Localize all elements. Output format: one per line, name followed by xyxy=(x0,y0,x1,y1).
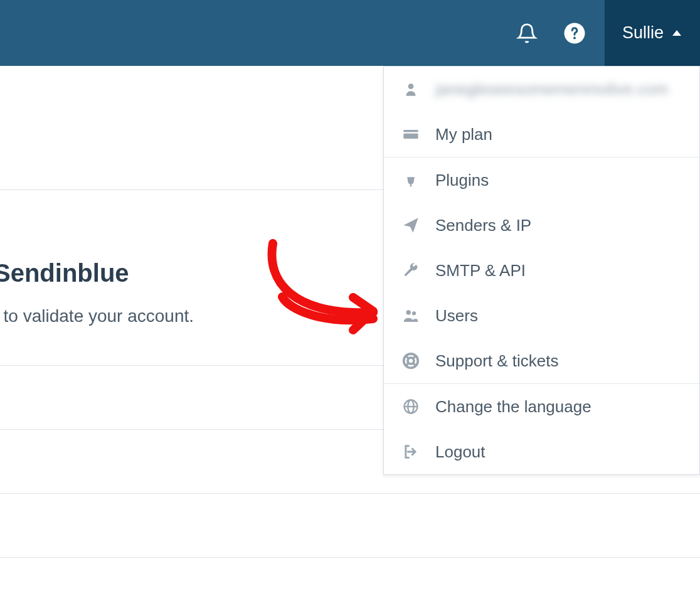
menu-item-change-language[interactable]: Change the language xyxy=(384,384,699,429)
user-icon xyxy=(400,78,422,100)
notifications-icon[interactable] xyxy=(516,22,538,45)
menu-item-smtp-api[interactable]: SMTP & API xyxy=(384,248,699,293)
app-header: Sullie xyxy=(0,0,700,66)
svg-point-8 xyxy=(408,358,414,364)
svg-point-6 xyxy=(412,311,416,315)
plugins-label: Plugins xyxy=(435,171,489,190)
support-label: Support & tickets xyxy=(435,351,559,371)
profile-row-3 xyxy=(0,494,700,558)
menu-item-plugins[interactable]: Plugins xyxy=(384,157,699,203)
credit-card-icon xyxy=(400,124,422,145)
dropdown-section-settings: Change the language Logout xyxy=(384,384,699,474)
plug-icon xyxy=(400,169,422,191)
menu-item-logout[interactable]: Logout xyxy=(384,429,699,474)
dropdown-section-account: janegleseesomemenmolive.com My plan xyxy=(384,67,699,157)
menu-item-email[interactable]: janegleseesomemenmolive.com xyxy=(384,67,699,112)
users-icon xyxy=(400,305,422,326)
caret-up-icon xyxy=(672,30,681,36)
svg-point-2 xyxy=(408,83,414,89)
menu-item-my-plan[interactable]: My plan xyxy=(384,112,699,157)
profile-row-4 xyxy=(0,558,700,608)
dropdown-section-tools: Plugins Senders & IP SMTP & API xyxy=(384,157,699,384)
svg-point-1 xyxy=(573,36,576,39)
user-name-label: Sullie xyxy=(622,23,664,43)
svg-point-5 xyxy=(406,310,411,315)
logout-label: Logout xyxy=(435,442,485,462)
menu-item-senders-ip[interactable]: Senders & IP xyxy=(384,203,699,248)
menu-item-support[interactable]: Support & tickets xyxy=(384,338,699,383)
life-ring-icon xyxy=(400,350,422,371)
users-label: Users xyxy=(435,306,478,326)
user-menu-toggle[interactable]: Sullie xyxy=(605,0,700,66)
wrench-icon xyxy=(400,260,422,281)
user-dropdown-menu: janegleseesomemenmolive.com My plan Plug… xyxy=(383,66,700,475)
globe-icon xyxy=(400,396,422,417)
change-language-label: Change the language xyxy=(435,397,591,417)
svg-rect-4 xyxy=(403,134,418,139)
logout-icon xyxy=(400,441,422,462)
user-email-label: janegleseesomemenmolive.com xyxy=(435,80,668,99)
my-plan-label: My plan xyxy=(435,125,492,144)
header-icons xyxy=(516,22,605,45)
help-icon[interactable] xyxy=(563,22,586,45)
senders-ip-label: Senders & IP xyxy=(435,216,531,235)
menu-item-users[interactable]: Users xyxy=(384,293,699,338)
smtp-api-label: SMTP & API xyxy=(435,261,526,280)
paper-plane-icon xyxy=(400,215,422,236)
svg-rect-3 xyxy=(403,130,418,132)
